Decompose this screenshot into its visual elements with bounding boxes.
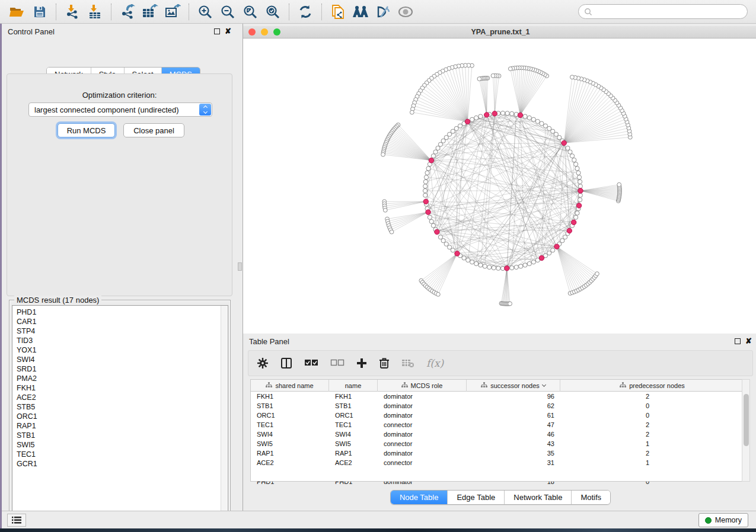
export-image-icon[interactable] xyxy=(162,3,183,21)
task-history-button[interactable] xyxy=(7,514,26,527)
mcds-result-item[interactable]: FKH1 xyxy=(17,383,228,393)
mcds-result-item[interactable]: TID3 xyxy=(17,336,228,345)
cell-shared-name: RAP1 xyxy=(251,450,329,457)
mcds-result-item[interactable]: STB1 xyxy=(17,431,228,440)
zoom-out-icon[interactable] xyxy=(218,3,238,21)
splitter-handle[interactable] xyxy=(238,262,242,271)
float-panel-icon[interactable] xyxy=(214,28,220,34)
network-window-titlebar[interactable]: YPA_prune.txt_1 xyxy=(243,26,756,39)
mcds-result-item[interactable]: SWI4 xyxy=(17,355,228,364)
zoom-in-icon[interactable] xyxy=(195,3,215,21)
table-row[interactable]: ORC1ORC1dominator610 xyxy=(251,411,745,420)
mcds-result-item[interactable]: RAP1 xyxy=(17,421,228,431)
close-panel-icon[interactable]: ✘ xyxy=(225,28,231,34)
mcds-result-item[interactable]: GCR1 xyxy=(17,459,228,469)
vertical-splitter[interactable] xyxy=(237,24,243,511)
table-row[interactable]: SWI5SWI5connector431 xyxy=(251,439,745,448)
select-all-icon[interactable] xyxy=(304,359,318,367)
cell-predecessor-nodes: 2 xyxy=(560,450,655,457)
share-document-icon[interactable] xyxy=(328,3,348,21)
mcds-result-item[interactable]: TEC1 xyxy=(17,450,228,459)
table-panel: Table Panel ✘ f(x) shared namenameMCDS r… xyxy=(243,334,756,511)
mcds-result-item[interactable]: PHD1 xyxy=(17,307,228,317)
column-header-shared-name[interactable]: shared name xyxy=(251,380,329,392)
table-row[interactable]: STB1STB1dominator620 xyxy=(251,401,745,411)
mcds-result-item[interactable]: YOX1 xyxy=(17,345,228,355)
close-table-panel-icon[interactable]: ✘ xyxy=(745,338,752,344)
tab-edge-table[interactable]: Edge Table xyxy=(448,491,505,504)
cell-predecessor-nodes: 2 xyxy=(560,421,655,428)
cell-shared-name: SWI4 xyxy=(251,431,329,438)
zoom-selected-icon[interactable] xyxy=(263,3,283,21)
column-header-predecessor-nodes[interactable]: predecessor nodes xyxy=(560,380,745,392)
cell-name: ORC1 xyxy=(329,412,378,419)
optimization-criterion-label: Optimization criterion: xyxy=(7,91,232,100)
table-panel-header: Table Panel ✘ xyxy=(243,334,756,349)
cell-successor-nodes: 47 xyxy=(467,421,560,428)
tab-network-table[interactable]: Network Table xyxy=(505,491,572,504)
status-bar: Memory xyxy=(2,511,756,528)
mcds-result-item[interactable]: STB5 xyxy=(17,402,228,412)
table-row[interactable]: FKH1FKH1dominator962 xyxy=(251,392,745,401)
table-row[interactable]: RAP1RAP1dominator352 xyxy=(251,448,745,458)
cell-MCDS-role: connector xyxy=(378,459,467,466)
network-graph[interactable] xyxy=(243,39,756,334)
run-mcds-button[interactable]: Run MCDS xyxy=(58,123,115,137)
mcds-result-title: MCDS result (17 nodes) xyxy=(14,296,101,305)
memory-button[interactable]: Memory xyxy=(698,513,748,527)
column-header-successor-nodes[interactable]: successor nodes xyxy=(467,380,560,392)
cell-predecessor-nodes: 0 xyxy=(560,402,655,409)
zoom-fit-icon[interactable] xyxy=(240,3,260,21)
search-box[interactable] xyxy=(578,4,748,19)
deselect-all-icon[interactable] xyxy=(330,359,344,367)
delete-column-icon[interactable] xyxy=(379,357,390,369)
network-canvas[interactable] xyxy=(243,39,756,334)
cell-shared-name: FKH1 xyxy=(251,393,329,400)
mcds-result-item[interactable]: CAR1 xyxy=(17,317,228,326)
mcds-list-scrollbar[interactable] xyxy=(221,306,227,517)
save-session-icon[interactable] xyxy=(30,3,50,21)
network-window-title: YPA_prune.txt_1 xyxy=(243,28,756,36)
table-row[interactable]: SWI4SWI4dominator462 xyxy=(251,430,745,439)
columns-icon[interactable] xyxy=(280,357,292,369)
table-panel-title: Table Panel xyxy=(249,337,289,346)
toolbar-separator xyxy=(321,4,322,20)
column-header-name[interactable]: name xyxy=(329,380,378,392)
toolbar-separator xyxy=(56,4,56,20)
mcds-result-item[interactable]: ACE2 xyxy=(17,393,228,402)
float-table-panel-icon[interactable] xyxy=(735,338,741,344)
import-network-icon[interactable] xyxy=(62,3,82,21)
export-table-icon[interactable] xyxy=(140,3,160,21)
tab-motifs[interactable]: Motifs xyxy=(572,491,610,504)
search-input[interactable] xyxy=(592,6,747,18)
optimization-criterion-select[interactable]: largest connected component (undirected) xyxy=(28,102,212,117)
column-header-MCDS-role[interactable]: MCDS role xyxy=(378,380,467,392)
open-file-icon[interactable] xyxy=(7,3,27,21)
add-column-icon[interactable] xyxy=(356,358,367,368)
vizmapper-eye-icon[interactable] xyxy=(373,3,393,21)
table-row[interactable]: TEC1TEC1connector472 xyxy=(251,420,745,430)
export-network-icon[interactable] xyxy=(117,3,138,21)
cell-MCDS-role: connector xyxy=(378,421,467,428)
import-table-icon[interactable] xyxy=(85,3,105,21)
refresh-layout-icon[interactable] xyxy=(295,3,315,21)
mcds-result-item[interactable]: STP4 xyxy=(17,326,228,336)
eye-icon[interactable] xyxy=(395,3,416,21)
cell-predecessor-nodes: 1 xyxy=(560,440,655,447)
search-network-icon[interactable] xyxy=(350,3,371,21)
close-panel-button[interactable]: Close panel xyxy=(123,123,184,137)
table-scrollbar[interactable] xyxy=(742,379,750,482)
cell-successor-nodes: 31 xyxy=(467,459,560,466)
mcds-result-item[interactable]: SRD1 xyxy=(17,364,228,374)
table-row[interactable]: ACE2ACE2connector311 xyxy=(251,458,745,467)
mcds-result-list[interactable]: PHD1CAR1STP4TID3YOX1SWI4SRD1PMA2FKH1ACE2… xyxy=(12,305,228,517)
mcds-result-item[interactable]: ORC1 xyxy=(17,412,228,421)
mcds-result-item[interactable]: SWI5 xyxy=(17,440,228,450)
cell-predecessor-nodes: 1 xyxy=(560,459,655,466)
tab-node-table[interactable]: Node Table xyxy=(391,491,448,504)
table-scrollbar-thumb[interactable] xyxy=(744,394,749,446)
gear-icon[interactable] xyxy=(257,357,269,369)
toolbar-separator xyxy=(189,4,189,20)
mcds-result-item[interactable]: PMA2 xyxy=(17,374,228,383)
cell-name: STB1 xyxy=(329,402,378,409)
